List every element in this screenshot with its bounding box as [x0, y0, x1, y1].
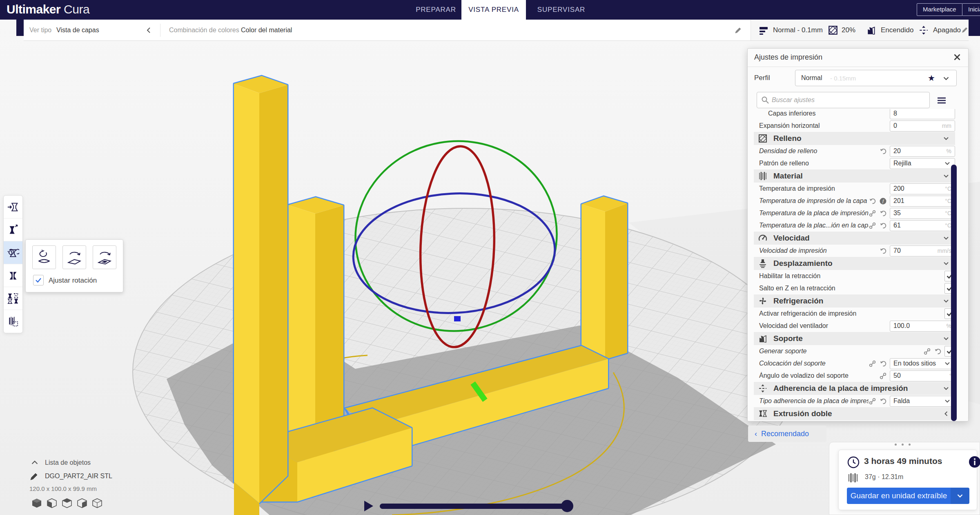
chevron-down-icon: [942, 334, 950, 343]
setting-value-field[interactable]: 0mm: [890, 120, 955, 132]
lay-flat-button[interactable]: [62, 245, 86, 269]
layers-icon: [758, 25, 769, 36]
setting-value-field[interactable]: 50°: [890, 370, 955, 381]
revert-icon[interactable]: [879, 147, 887, 155]
setting-value-field[interactable]: 61°C: [890, 220, 955, 231]
setting-dropdown[interactable]: En todos sitios: [890, 358, 955, 369]
revert-icon[interactable]: [879, 247, 887, 255]
settings-section-extrusion-doble[interactable]: Extrusión doble: [754, 407, 955, 420]
info-icon[interactable]: [969, 456, 980, 468]
collapse-chevron-icon[interactable]: [145, 26, 153, 34]
settings-section-adherencia-de-la-placa-de-impresion[interactable]: Adherencia de la placa de impresión: [754, 382, 955, 395]
setting-row-velocidad-del-ventilador[interactable]: Velocidad del ventilador100.0%: [748, 320, 969, 332]
setting-value-field[interactable]: 70mm/s: [890, 245, 955, 256]
settings-section-material[interactable]: Material: [754, 169, 955, 183]
search-input[interactable]: [772, 92, 927, 108]
settings-section-refrigeracion[interactable]: Refrigeración: [754, 294, 955, 308]
marketplace-button[interactable]: Marketplace: [917, 3, 962, 16]
setting-value-field[interactable]: 35°C: [890, 208, 955, 219]
setting-row-habilitar-la-retraccion[interactable]: Habilitar la retracción: [748, 270, 969, 282]
setting-row-temperatura-de-la-placa-de-impresion[interactable]: Temperatura de la placa de impresión35°C: [748, 207, 969, 219]
playback-slider-handle[interactable]: [561, 500, 573, 512]
signin-button[interactable]: Iniciar sesión: [962, 3, 980, 16]
profile-label: Perfil: [754, 74, 770, 82]
support-icon: [758, 334, 770, 343]
edit-pencil-icon[interactable]: [961, 26, 969, 34]
play-button[interactable]: [363, 500, 374, 512]
setting-row-salto-en-z-en-la-retraccion[interactable]: Salto en Z en la retracción: [748, 282, 969, 294]
save-options-chevron[interactable]: [951, 488, 969, 504]
tool-sidebar: [3, 195, 23, 333]
star-icon[interactable]: ★: [928, 73, 935, 83]
color-scheme-value[interactable]: Color del material: [241, 27, 292, 34]
revert-icon[interactable]: [879, 360, 887, 368]
object-list-toggle[interactable]: Lista de objetos: [30, 458, 91, 467]
pencil-icon[interactable]: [734, 26, 742, 34]
setting-value-field[interactable]: 200°C: [890, 183, 955, 194]
cube-outline-icon[interactable]: [91, 497, 103, 509]
settings-section-soporte[interactable]: Soporte: [754, 332, 955, 345]
revert-icon[interactable]: [879, 397, 887, 405]
reset-rotation-button[interactable]: [32, 245, 56, 269]
top-header: Ultimaker Cura PREPARAR VISTA PREVIA SUP…: [0, 0, 980, 20]
setting-row-generar-soporte[interactable]: Generar soporte: [748, 345, 969, 357]
settings-section-relleno[interactable]: Relleno: [754, 132, 955, 145]
link-icon: [923, 348, 931, 355]
tool-move[interactable]: [4, 196, 22, 218]
setting-row-colocacion-del-soporte[interactable]: Colocación del soporteEn todos sitios: [748, 357, 969, 370]
setting-value-field[interactable]: 20%: [890, 146, 955, 157]
revert-icon[interactable]: [934, 348, 942, 355]
cube-top-icon[interactable]: [61, 497, 73, 509]
cube-front-icon[interactable]: [46, 497, 58, 509]
revert-icon[interactable]: [879, 222, 887, 230]
layer-playback-slider[interactable]: [380, 504, 568, 509]
tab-supervisar[interactable]: SUPERVISAR: [536, 0, 587, 20]
tool-per-model-settings[interactable]: [4, 287, 22, 310]
recommended-mode-button[interactable]: ‹ Recomendado: [748, 426, 826, 442]
setting-value-field[interactable]: 201°C: [890, 196, 955, 207]
tool-support-blocker[interactable]: [4, 310, 22, 333]
setting-value-field[interactable]: 8: [890, 109, 955, 119]
settings-menu-icon[interactable]: [936, 95, 947, 106]
setting-row-temperatura-de-impresion[interactable]: Temperatura de impresión200°C: [748, 183, 969, 195]
gizmo-blue-handle: [454, 316, 461, 321]
tool-rotate[interactable]: [4, 241, 22, 264]
setting-dropdown[interactable]: Rejilla: [890, 158, 955, 169]
setting-row-tipo-adherencia-de-la-placa-de-impresion[interactable]: Tipo adherencia de la placa de impresión…: [748, 395, 969, 407]
action-panel: 3 horas 49 minutos 37g · 12.31m Guardar …: [829, 442, 980, 515]
setting-row-temperatura-de-impresion-de-la-capa-inicial[interactable]: Temperatura de impresión de la capa inic…: [748, 195, 969, 207]
object-item[interactable]: DGO_PART2_AIR STL: [29, 471, 112, 481]
setting-row-capas-inferiores[interactable]: Capas inferiores8: [748, 109, 969, 120]
profile-dropdown[interactable]: Normal - 0.15mm ★: [795, 70, 957, 86]
cube-left-icon[interactable]: [76, 497, 88, 509]
align-face-button[interactable]: [93, 245, 116, 269]
setting-row-velocidad-de-impresion[interactable]: Velocidad de impresión70mm/s: [748, 245, 969, 257]
settings-section-velocidad[interactable]: Velocidad: [754, 232, 955, 245]
print-settings-summary[interactable]: Normal - 0.1mm 20% Encendido Apagado: [751, 20, 969, 40]
summary-support: Encendido: [881, 26, 913, 34]
settings-scrollbar[interactable]: [951, 165, 957, 421]
tool-scale[interactable]: [4, 218, 22, 241]
view-type-value[interactable]: Vista de capas: [56, 27, 99, 34]
setting-row-patron-de-relleno[interactable]: Patrón de rellenoRejilla: [748, 157, 969, 169]
panel-drag-handle[interactable]: [895, 444, 911, 446]
close-icon[interactable]: [952, 52, 962, 62]
setting-row-temperatura-de-la-plac-ion-en-la-capa-inicial[interactable]: Temperatura de la plac...ión en la capa …: [748, 219, 969, 232]
snap-rotation-checkbox[interactable]: [33, 275, 44, 285]
setting-row-activar-refrigeracion-de-impresion[interactable]: Activar refrigeración de impresión: [748, 308, 969, 320]
setting-row-densidad-de-relleno[interactable]: Densidad de relleno20%: [748, 145, 969, 157]
setting-dropdown[interactable]: Falda: [890, 396, 955, 407]
tab-vista-previa[interactable]: VISTA PREVIA: [461, 0, 526, 20]
cube-solid-icon[interactable]: [31, 497, 42, 509]
setting-row-expansion-horizontal[interactable]: Expansión horizontal0mm: [748, 120, 969, 132]
tool-mirror[interactable]: [4, 264, 22, 287]
revert-icon[interactable]: [869, 197, 876, 205]
tab-preparar[interactable]: PREPARAR: [410, 0, 461, 20]
setting-row-angulo-de-voladizo-del-soporte[interactable]: Ángulo de voladizo del soporte50°: [748, 370, 969, 382]
setting-value-field[interactable]: 100.0%: [890, 321, 955, 332]
chevron-left-icon: [942, 410, 950, 418]
save-to-removable-button[interactable]: Guardar en unidad extraíble: [847, 488, 969, 504]
chevron-down-icon: [942, 234, 950, 242]
settings-section-desplazamiento[interactable]: Desplazamiento: [754, 257, 955, 270]
revert-icon[interactable]: [879, 210, 887, 217]
